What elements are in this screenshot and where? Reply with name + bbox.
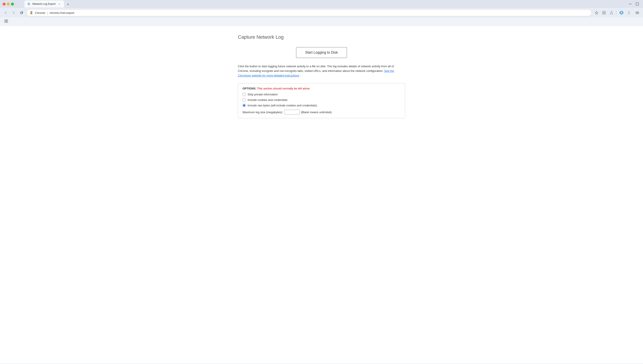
radio-cookies-input[interactable]: [243, 98, 246, 102]
svg-rect-9: [602, 13, 604, 14]
bookmark-star-button[interactable]: [593, 10, 600, 16]
options-box: OPTIONS: This section should normally be…: [238, 83, 405, 118]
new-tab-button[interactable]: +: [65, 1, 71, 8]
maximize-window-button[interactable]: [11, 3, 14, 6]
svg-rect-10: [604, 13, 606, 14]
more-options-button[interactable]: [626, 10, 632, 16]
radio-cookies-label: Include cookies and credentials: [248, 98, 287, 102]
radio-include-cookies[interactable]: Include cookies and credentials: [243, 98, 400, 102]
svg-rect-19: [5, 21, 6, 23]
description-part2: .: [300, 74, 301, 77]
description-text: Click the button to start logging future…: [238, 64, 405, 78]
svg-point-16: [629, 14, 629, 14]
chrome-logo-icon: [30, 11, 33, 14]
max-size-label: Maximum log size (megabytes):: [243, 110, 283, 114]
page-content: Capture Network Log Start Logging to Dis…: [0, 26, 643, 363]
radio-group: Strip private information Include cookie…: [243, 93, 400, 107]
profile-button[interactable]: [618, 10, 624, 16]
svg-point-15: [629, 12, 629, 13]
radio-raw-input[interactable]: [243, 104, 246, 107]
svg-rect-17: [5, 20, 6, 21]
svg-rect-2: [629, 4, 632, 4]
lab-button[interactable]: [608, 10, 615, 16]
options-header: OPTIONS: This section should normally be…: [243, 87, 400, 90]
grid-view-button[interactable]: [3, 18, 10, 24]
nav-bar: Chrome | chrome://net-export: [0, 8, 643, 18]
options-label: OPTIONS:: [243, 87, 256, 90]
radio-strip-label: Strip private information: [248, 93, 278, 96]
close-window-button[interactable]: [3, 3, 6, 6]
active-tab[interactable]: Network Log Export ×: [25, 0, 64, 8]
window-minimize-icon[interactable]: [627, 1, 633, 7]
description-part1: Click the button to start logging future…: [238, 64, 394, 72]
radio-strip-input[interactable]: [243, 93, 246, 96]
minimize-window-button[interactable]: [7, 3, 10, 6]
address-url: chrome://net-export: [50, 11, 74, 14]
tab-title: Network Log Export: [32, 2, 56, 6]
svg-point-13: [621, 12, 622, 13]
svg-point-6: [31, 12, 32, 13]
traffic-lights: [3, 3, 14, 6]
svg-rect-7: [602, 11, 604, 12]
tab-favicon-icon: [27, 2, 31, 6]
extension-puzzle-button[interactable]: [601, 10, 607, 16]
radio-raw-label: Include raw bytes (will include cookies …: [248, 104, 317, 107]
nav-icons: [593, 10, 640, 16]
radio-strip-private[interactable]: Strip private information: [243, 93, 400, 96]
svg-rect-8: [604, 11, 606, 12]
address-brand: Chrome: [35, 11, 45, 14]
toolbar: [0, 18, 643, 26]
back-button[interactable]: [3, 10, 9, 16]
svg-rect-3: [636, 3, 638, 5]
start-logging-button[interactable]: Start Logging to Disk: [296, 47, 347, 58]
svg-rect-20: [6, 21, 8, 23]
page-title: Capture Network Log: [238, 34, 284, 40]
reload-button[interactable]: [19, 10, 25, 16]
svg-rect-18: [6, 20, 8, 21]
close-tab-button[interactable]: ×: [57, 2, 61, 6]
radio-include-raw[interactable]: Include raw bytes (will include cookies …: [243, 104, 400, 107]
max-size-hint: (Blank means unlimited): [301, 110, 332, 114]
forward-button[interactable]: [11, 10, 17, 16]
svg-point-14: [629, 12, 629, 12]
title-bar: Network Log Export × +: [0, 0, 643, 8]
max-size-input[interactable]: [284, 110, 300, 114]
window-expand-icon[interactable]: [634, 1, 640, 7]
tab-strip-button[interactable]: [634, 10, 640, 16]
max-size-row: Maximum log size (megabytes): (Blank mea…: [243, 110, 400, 114]
options-warning: This section should normally be left alo…: [257, 87, 310, 90]
svg-point-1: [28, 3, 30, 4]
address-bar[interactable]: Chrome | chrome://net-export: [27, 9, 592, 16]
